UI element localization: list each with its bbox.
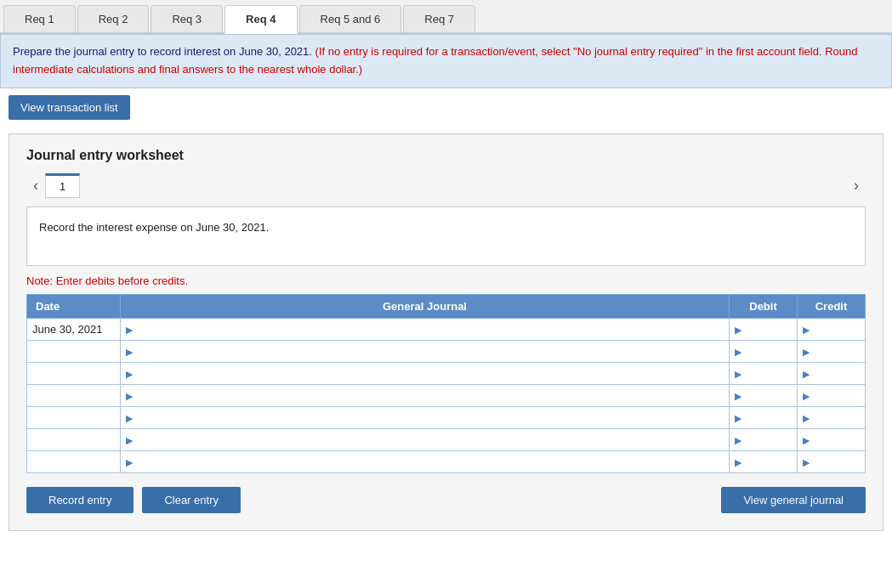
debit-cell-0[interactable]: ▶	[730, 318, 798, 340]
debit-cell-3[interactable]: ▶	[730, 384, 798, 406]
table-row: June 30, 2021▶▶▶	[27, 318, 866, 340]
description-text: Record the interest expense on June 30, …	[39, 221, 269, 234]
view-general-journal-button[interactable]: View general journal	[721, 487, 866, 513]
credit-cell-5[interactable]: ▶	[798, 428, 866, 450]
cell-arrow-icon: ▶	[126, 325, 133, 335]
cell-arrow-icon: ▶	[126, 391, 133, 401]
buttons-row: Record entry Clear entry View general jo…	[26, 487, 866, 513]
table-row: ▶▶▶	[27, 384, 866, 406]
col-header-credit: Credit	[798, 294, 866, 318]
cell-arrow-icon: ▶	[735, 457, 741, 467]
worksheet-title: Journal entry worksheet	[26, 148, 866, 163]
credit-cell-2[interactable]: ▶	[798, 362, 866, 384]
tab-req56[interactable]: Req 5 and 6	[299, 5, 402, 32]
cell-arrow-icon: ▶	[803, 457, 810, 467]
table-row: ▶▶▶	[27, 450, 866, 472]
col-header-date: Date	[27, 294, 121, 318]
prev-page-arrow[interactable]: ‹	[26, 173, 45, 198]
cell-arrow-icon: ▶	[126, 413, 133, 423]
table-row: ▶▶▶	[27, 406, 866, 428]
cell-arrow-icon: ▶	[803, 325, 810, 335]
debit-cell-6[interactable]: ▶	[730, 450, 798, 472]
date-cell-3[interactable]	[27, 384, 121, 406]
date-cell-1[interactable]	[27, 340, 121, 362]
cell-arrow-icon: ▶	[126, 347, 133, 357]
date-cell-2[interactable]	[27, 362, 121, 384]
credit-cell-0[interactable]: ▶	[798, 318, 866, 340]
cell-arrow-icon: ▶	[803, 391, 810, 401]
instruction-main-text: Prepare the journal entry to record inte…	[13, 45, 312, 58]
cell-arrow-icon: ▶	[803, 435, 810, 445]
cell-arrow-icon: ▶	[735, 369, 741, 379]
journal-table: Date General Journal Debit Credit June 3…	[26, 294, 866, 473]
date-cell-0[interactable]: June 30, 2021	[27, 318, 121, 340]
page-nav: ‹ 1 ›	[26, 173, 866, 198]
view-transaction-button[interactable]: View transaction list	[9, 95, 130, 120]
cell-arrow-icon: ▶	[126, 369, 133, 379]
debit-cell-5[interactable]: ▶	[730, 428, 798, 450]
cell-arrow-icon: ▶	[803, 347, 810, 357]
col-header-gj: General Journal	[121, 294, 730, 318]
tab-req2[interactable]: Req 2	[77, 5, 150, 32]
tab-req4[interactable]: Req 4	[224, 5, 297, 34]
date-cell-5[interactable]	[27, 428, 121, 450]
date-cell-4[interactable]	[27, 406, 121, 428]
gj-cell-5[interactable]: ▶	[121, 428, 730, 450]
note-text: Note: Enter debits before credits.	[26, 274, 866, 287]
instruction-box: Prepare the journal entry to record inte…	[0, 34, 892, 88]
next-page-arrow[interactable]: ›	[847, 173, 866, 198]
gj-cell-6[interactable]: ▶	[121, 450, 730, 472]
cell-arrow-icon: ▶	[735, 347, 741, 357]
cell-arrow-icon: ▶	[126, 435, 133, 445]
tab-req3[interactable]: Req 3	[151, 5, 223, 32]
tab-req1[interactable]: Req 1	[3, 5, 76, 32]
cell-arrow-icon: ▶	[803, 413, 810, 423]
debit-cell-2[interactable]: ▶	[730, 362, 798, 384]
debit-cell-4[interactable]: ▶	[730, 406, 798, 428]
credit-cell-1[interactable]: ▶	[798, 340, 866, 362]
table-row: ▶▶▶	[27, 428, 866, 450]
tabs-bar: Req 1 Req 2 Req 3 Req 4 Req 5 and 6 Req …	[0, 0, 892, 34]
cell-arrow-icon: ▶	[735, 435, 741, 445]
gj-cell-0[interactable]: ▶	[121, 318, 730, 340]
clear-entry-button[interactable]: Clear entry	[142, 487, 241, 513]
table-row: ▶▶▶	[27, 340, 866, 362]
gj-cell-3[interactable]: ▶	[121, 384, 730, 406]
debit-cell-1[interactable]: ▶	[730, 340, 798, 362]
worksheet-container: Journal entry worksheet ‹ 1 › Record the…	[9, 133, 883, 531]
cell-arrow-icon: ▶	[735, 391, 741, 401]
description-box: Record the interest expense on June 30, …	[26, 206, 866, 266]
table-row: ▶▶▶	[27, 362, 866, 384]
col-header-debit: Debit	[730, 294, 798, 318]
cell-arrow-icon: ▶	[735, 325, 741, 335]
cell-arrow-icon: ▶	[735, 413, 741, 423]
date-cell-6[interactable]	[27, 450, 121, 472]
gj-cell-4[interactable]: ▶	[121, 406, 730, 428]
cell-arrow-icon: ▶	[803, 369, 810, 379]
credit-cell-3[interactable]: ▶	[798, 384, 866, 406]
tab-req7[interactable]: Req 7	[403, 5, 475, 32]
gj-cell-1[interactable]: ▶	[121, 340, 730, 362]
gj-cell-2[interactable]: ▶	[121, 362, 730, 384]
record-entry-button[interactable]: Record entry	[26, 487, 134, 513]
cell-arrow-icon: ▶	[126, 457, 133, 467]
credit-cell-4[interactable]: ▶	[798, 406, 866, 428]
page-number[interactable]: 1	[45, 173, 80, 198]
credit-cell-6[interactable]: ▶	[798, 450, 866, 472]
